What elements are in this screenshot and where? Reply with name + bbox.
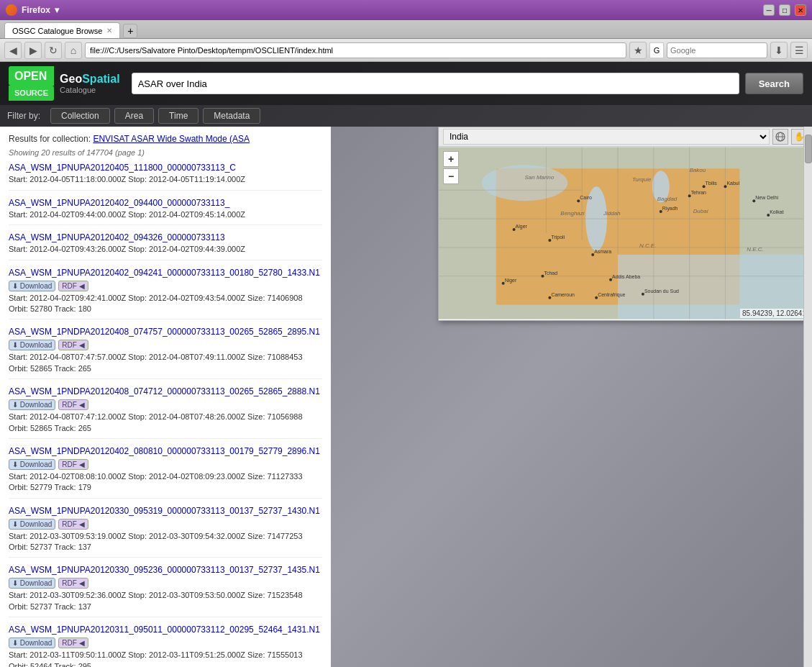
results-header: Results for collection: ENVISAT ASAR Wid… [9,132,322,145]
rdf-badge[interactable]: RDF ◀ [58,519,88,530]
new-tab-button[interactable]: + [123,24,137,38]
map-overlay: India ✋ + − [438,127,812,321]
map-toolbar: India ✋ [439,127,811,147]
result-item: ASA_WSM_1PNUPA20120405_111800_0000007331… [9,163,322,190]
download-badge[interactable]: ⬇ Download [9,637,55,648]
globe-icon[interactable] [772,129,788,145]
titlebar-text: Firefox [22,5,50,15]
result-title-link[interactable]: ASA_WSM_1PNUPA20120405_111800_0000007331… [9,163,322,173]
result-meta: Start: 2012-04-02T09:44:00.000Z Stop: 20… [9,209,322,220]
svg-text:Riyadh: Riyadh [662,206,678,212]
collection-link[interactable]: ENVISAT ASAR Wide Swath Mode (ASA [93,134,250,144]
logo-open-source: OPEN SOURCE [9,66,54,101]
download-badge[interactable]: ⬇ Download [9,578,55,589]
home-button[interactable]: ⌂ [65,42,82,59]
results-scrollbar[interactable] [803,127,812,667]
svg-text:Turquie: Turquie [632,177,652,183]
svg-text:San Marino: San Marino [525,175,555,181]
app-inner: OPEN SOURCE GeoSpatial Catalogue Search [0,62,812,667]
result-item: ASA_WSM_1PNDPA20120408_074757_0000007331… [9,327,322,379]
region-select[interactable]: India [443,129,770,145]
map-svg[interactable]: Cairo Riyadh Tehran Kabul New Delhi [439,147,811,319]
map-body: + − [439,147,811,319]
rdf-badge[interactable]: RDF ◀ [58,578,88,589]
stop-value: 2012-04-05T11:19:14.000Z [149,175,245,183]
zoom-in-button[interactable]: + [443,151,459,167]
result-title-link[interactable]: ASA_WSM_1PNDPA20120408_074712_0000007331… [9,386,322,410]
svg-text:Alger: Alger [516,224,528,230]
result-item: ASA_WSM_1PNDPA20120408_074712_0000007331… [9,386,322,439]
filter-area-button[interactable]: Area [114,108,154,124]
back-button[interactable]: ◀ [4,42,22,59]
filter-collection-button[interactable]: Collection [50,108,110,124]
scrollbar-thumb[interactable] [805,135,812,163]
result-title-link[interactable]: ASA_WSM_1PNUPA20120402_094241_0000007331… [9,268,322,291]
download-badge[interactable]: ⬇ Download [9,399,55,410]
app-header: OPEN SOURCE GeoSpatial Catalogue Search [0,62,812,105]
result-title-link[interactable]: ASA_WSM_1PNUPA20120402_094326_0000007331… [9,232,322,242]
download-badge[interactable]: ⬇ Download [9,340,55,350]
start-label: Start: [9,175,29,183]
logo-source-text: SOURCE [9,86,54,101]
result-title-text: ASA_WSM_1PNUPA20120311_095011_0000007331… [9,625,320,635]
zoom-out-button[interactable]: − [443,168,459,184]
result-item: ASA_WSM_1PNUPA20120402_094326_0000007331… [9,232,322,260]
filter-time-button[interactable]: Time [158,108,199,124]
result-title-link[interactable]: ASA_WSM_1PNDPA20120402_080810_0000007331… [9,446,322,470]
result-meta: Start: 2012-03-11T09:50:11.000Z Stop: 20… [9,650,322,667]
rdf-badge[interactable]: RDF ◀ [58,399,88,410]
filter-metadata-button[interactable]: Metadata [203,108,260,124]
svg-text:Centrafrique: Centrafrique [598,292,625,298]
logo-geo-spatial: GeoSpatial [60,73,120,86]
download-badge[interactable]: ⬇ Download [9,459,55,470]
result-title-text: ASA_WSM_1PNDPA20120402_080810_0000007331… [9,446,320,456]
result-title-link[interactable]: ASA_WSM_1PNUPA20120330_095236_0000007331… [9,565,322,589]
browser-toolbar: ◀ ▶ ↻ ⌂ ★ G ⬇ ☰ [0,39,812,62]
result-title-link[interactable]: ASA_WSM_1PNUPA20120330_095319_0000007331… [9,506,322,530]
app-content: OPEN SOURCE GeoSpatial Catalogue Search [0,62,812,667]
search-button[interactable]: Search [745,73,803,94]
svg-text:Cairo: Cairo [580,196,592,201]
tab-close-button[interactable]: ✕ [106,27,112,35]
minimize-button[interactable]: ─ [763,4,775,16]
download-badge[interactable]: ⬇ Download [9,281,55,291]
rdf-badge[interactable]: RDF ◀ [58,281,88,291]
svg-text:Dubai: Dubai [693,208,708,214]
result-title-link[interactable]: ASA_WSM_1PNDPA20120408_074757_0000007331… [9,327,322,350]
svg-text:Kolkat: Kolkat [770,209,783,214]
download-button[interactable]: ⬇ [770,42,788,59]
browser-tab[interactable]: OSGC Catalogue Browse ✕ [4,22,120,38]
result-meta: Start: 2012-04-08T07:47:12.000Z Stop: 20… [9,412,322,434]
reload-button[interactable]: ↻ [45,42,62,59]
rdf-badge[interactable]: RDF ◀ [58,459,88,470]
filter-bar: Filter by: Collection Area Time Metadata [0,105,812,127]
result-title-text: ASA_WSM_1PNUPA20120330_095319_0000007331… [9,506,320,516]
maximize-button[interactable]: □ [779,4,790,16]
tab-label: OSGC Catalogue Browse [12,27,102,35]
result-title-link[interactable]: ASA_WSM_1PNUPA20120311_095011_0000007331… [9,625,322,648]
bookmark-button[interactable]: ★ [629,42,647,59]
result-title-text: ASA_WSM_1PNUPA20120405_111800_0000007331… [9,163,236,173]
svg-text:Tripoli: Tripoli [551,235,565,240]
svg-text:Bagdad: Bagdad [657,196,678,203]
rdf-badge[interactable]: RDF ◀ [58,340,88,350]
result-title-link[interactable]: ASA_WSM_1PNUPA20120402_094400_0000007331… [9,198,322,208]
start-value: 2012-04-02T09:44:00.000Z [29,210,126,219]
rdf-badge[interactable]: RDF ◀ [58,637,88,648]
close-button[interactable]: ✕ [795,4,806,16]
menu-button[interactable]: ☰ [790,42,808,59]
result-meta: Start: 2012-04-02T08:08:10.000Z Stop: 20… [9,471,322,494]
results-count: Showing 20 results of 147704 (page 1) [9,148,322,157]
svg-text:Tchad: Tchad [544,271,557,276]
result-title-text: ASA_WSM_1PNUPA20120330_095236_0000007331… [9,565,320,575]
browser-search-input[interactable] [667,42,767,58]
result-item: ASA_WSM_1PNUPA20120330_095236_0000007331… [9,565,322,617]
result-item: ASA_WSM_1PNUPA20120402_094241_0000007331… [9,268,322,320]
url-bar[interactable] [85,42,626,58]
search-input[interactable] [132,73,739,94]
result-meta: Start: 2012-03-30T09:52:36.000Z Stop: 20… [9,590,322,612]
svg-text:Cameroun: Cameroun [551,292,575,297]
download-badge[interactable]: ⬇ Download [9,519,55,530]
forward-button[interactable]: ▶ [24,42,42,59]
search-bar: Search [132,73,803,94]
